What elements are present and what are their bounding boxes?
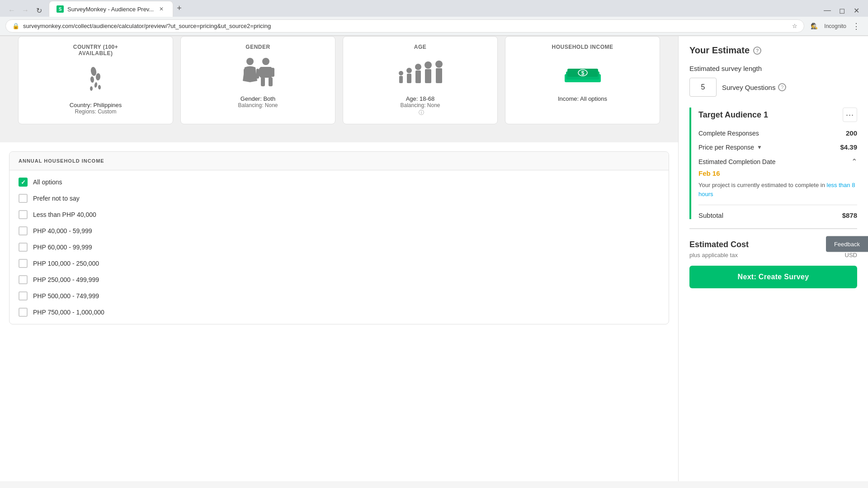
age-card-label: Age (350, 44, 490, 50)
income-option-prefer-not[interactable]: Prefer not to say (19, 194, 660, 203)
address-bar[interactable]: 🔒 surveymonkey.com/collect/audience/calc… (5, 19, 804, 33)
checkbox-60k-99k[interactable] (19, 243, 28, 252)
incognito-icon: 🕵 (808, 20, 821, 33)
close-window-button[interactable]: ✕ (850, 4, 863, 17)
reload-button[interactable]: ↻ (33, 4, 45, 17)
income-label-all: All options (33, 178, 62, 186)
age-info-icon[interactable]: ⓘ (419, 109, 424, 116)
checkbox-40k-59k[interactable] (19, 226, 28, 235)
income-option-250k-499k[interactable]: PHP 250,000 - 499,999 (19, 275, 660, 284)
country-map-svg (82, 62, 109, 94)
incognito-label: Incognito (824, 23, 846, 29)
page-layout: Country (100+available) (0, 36, 868, 481)
income-card-icon: $ (513, 54, 652, 90)
svg-point-4 (98, 85, 101, 89)
age-filter-card[interactable]: Age (343, 36, 498, 124)
svg-point-23 (435, 61, 443, 68)
estimated-cost-label: Estimated Cost (689, 240, 749, 249)
gender-card-label: Gender (188, 44, 328, 50)
svg-point-17 (406, 68, 412, 73)
svg-rect-20 (415, 70, 421, 83)
checkbox-500k-749k[interactable] (19, 291, 28, 300)
income-label-750k-1m: PHP 750,000 - 1,000,000 (33, 309, 104, 316)
income-filter-card[interactable]: Household Income $ (505, 36, 660, 124)
income-option-60k-99k[interactable]: PHP 60,000 - 99,999 (19, 243, 660, 252)
income-section: Annual Household Income All options Pref… (9, 151, 669, 324)
svg-point-3 (94, 82, 98, 88)
price-chevron-icon[interactable]: ▼ (757, 144, 762, 150)
your-estimate-info-icon[interactable]: ? (753, 47, 761, 55)
restore-button[interactable]: ◻ (835, 4, 848, 17)
svg-point-5 (90, 86, 93, 91)
price-per-response-value: $4.39 (840, 143, 857, 151)
filter-cards-area: Country (100+available) (0, 36, 678, 142)
svg-rect-14 (269, 77, 273, 86)
target-audience-title: Target Audience 1 (698, 110, 768, 120)
more-options-button[interactable]: ⋮ (850, 20, 863, 33)
complete-responses-label: Complete Responses (698, 130, 759, 137)
survey-questions-info-icon[interactable]: ? (778, 83, 786, 91)
filter-cards: Country (100+available) (9, 36, 669, 133)
gender-card-secondary: Balancing: None (188, 102, 328, 108)
complete-responses-row: Complete Responses 200 (698, 129, 857, 137)
checkbox-100k-250k[interactable] (19, 259, 28, 268)
checkbox-prefer-not[interactable] (19, 194, 28, 203)
svg-rect-8 (256, 69, 259, 79)
checkbox-all[interactable] (19, 178, 28, 187)
star-icon[interactable]: ☆ (792, 23, 797, 29)
country-card-icon (26, 60, 165, 96)
income-option-all[interactable]: All options (19, 178, 660, 187)
create-survey-button[interactable]: Next: Create Survey (689, 266, 857, 288)
checkbox-750k-1m[interactable] (19, 308, 28, 317)
browser-chrome: ← → ↻ S SurveyMonkey - Audience Prev... … (0, 0, 868, 36)
estimated-survey-section: Estimated survey length 5 Survey Questio… (689, 65, 857, 97)
income-option-500k-749k[interactable]: PHP 500,000 - 749,999 (19, 291, 660, 300)
your-estimate-label: Your Estimate (689, 45, 750, 56)
income-label-prefer-not: Prefer not to say (33, 195, 80, 202)
subtotal-label: Subtotal (698, 211, 723, 219)
gender-card-icon (188, 54, 328, 90)
income-label-40k-59k: PHP 40,000 - 59,999 (33, 227, 92, 235)
income-option-100k-250k[interactable]: PHP 100,000 - 250,000 (19, 259, 660, 268)
checkbox-less-40k[interactable] (19, 210, 28, 219)
survey-questions-count-input[interactable]: 5 (689, 78, 717, 97)
income-option-40k-59k[interactable]: PHP 40,000 - 59,999 (19, 226, 660, 235)
forward-button[interactable]: → (19, 4, 32, 17)
income-label-60k-99k: PHP 60,000 - 99,999 (33, 244, 92, 251)
price-per-response-label: Price per Response ▼ (698, 144, 762, 151)
active-tab[interactable]: S SurveyMonkey - Audience Prev... ✕ (49, 1, 173, 17)
svg-point-21 (425, 61, 432, 69)
svg-rect-16 (399, 76, 403, 83)
audience-more-button[interactable]: ··· (843, 108, 857, 122)
svg-rect-7 (244, 69, 246, 79)
country-filter-card[interactable]: Country (100+available) (18, 36, 173, 124)
age-card-icon (350, 54, 490, 90)
back-button[interactable]: ← (5, 4, 18, 17)
income-label-100k-250k: PHP 100,000 - 250,000 (33, 260, 99, 267)
income-option-less-40k[interactable]: Less than PHP 40,000 (19, 210, 660, 219)
svg-rect-18 (407, 74, 411, 83)
tax-label: plus applicable tax (689, 252, 738, 258)
sidebar-title: Your Estimate ? (689, 45, 857, 56)
svg-point-2 (90, 76, 94, 83)
completion-chevron-up-icon[interactable]: ⌃ (851, 157, 857, 166)
gender-filter-card[interactable]: Gender (180, 36, 335, 124)
country-card-value: Country: Philippines (26, 102, 165, 108)
minimize-button[interactable]: — (821, 4, 834, 17)
svg-point-9 (262, 58, 269, 65)
svg-point-1 (95, 73, 100, 81)
income-card-label: Household Income (513, 44, 652, 50)
tab-favicon: S (57, 5, 64, 13)
new-tab-button[interactable]: + (173, 0, 185, 17)
feedback-button[interactable]: Feedback (826, 236, 868, 252)
right-sidebar: Your Estimate ? Estimated survey length … (678, 36, 868, 481)
svg-point-15 (399, 71, 403, 75)
url-text: surveymonkey.com/collect/audience/calcul… (23, 23, 788, 29)
svg-text:$: $ (581, 70, 584, 76)
income-option-750k-1m[interactable]: PHP 750,000 - 1,000,000 (19, 308, 660, 317)
age-card-value: Age: 18-68 (350, 95, 490, 102)
tab-close-button[interactable]: ✕ (157, 5, 165, 13)
main-content: Country (100+available) (0, 36, 678, 481)
checkbox-250k-499k[interactable] (19, 275, 28, 284)
survey-questions-label-text: Survey Questions ? (722, 83, 786, 91)
